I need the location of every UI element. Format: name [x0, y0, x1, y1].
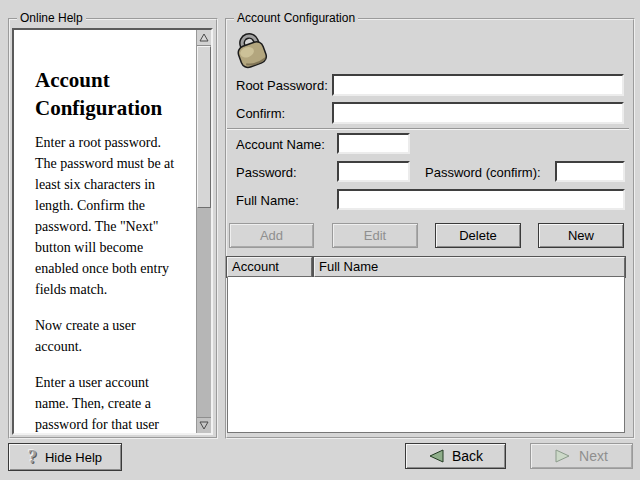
delete-button-label: Delete	[459, 228, 497, 243]
scrollbar-up-icon	[199, 33, 209, 42]
question-mark-icon: ?	[28, 448, 37, 466]
root-password-input[interactable]	[332, 74, 624, 96]
next-arrow-icon	[555, 449, 571, 463]
online-help-frame-label: Online Help	[17, 11, 86, 25]
account-configuration-frame-label: Account Configuration	[234, 11, 358, 25]
password-confirm-input[interactable]	[555, 161, 625, 182]
hide-help-button[interactable]: ? Hide Help	[8, 443, 122, 471]
edit-button-label: Edit	[364, 228, 386, 243]
password-input[interactable]	[337, 161, 410, 182]
add-button-label: Add	[260, 228, 283, 243]
help-title: Account Configuration	[35, 66, 183, 122]
back-button-label: Back	[452, 448, 483, 464]
scrollbar-down-button[interactable]	[197, 417, 211, 433]
accounts-table-header: Account Name Full Name	[227, 257, 625, 277]
new-button[interactable]: New	[538, 223, 624, 248]
next-button[interactable]: Next	[530, 443, 633, 469]
column-header-full-name[interactable]: Full Name	[314, 257, 625, 277]
full-name-input[interactable]	[337, 189, 625, 210]
back-arrow-icon	[428, 449, 444, 463]
hide-help-button-label: Hide Help	[45, 450, 102, 465]
account-name-input[interactable]	[337, 133, 410, 154]
padlock-icon	[231, 28, 273, 72]
back-button[interactable]: Back	[405, 443, 506, 469]
help-paragraph: Enter a root password. The password must…	[35, 132, 183, 300]
password-label: Password:	[236, 164, 297, 182]
next-button-label: Next	[579, 448, 608, 464]
help-content: Account Configuration Enter a root passw…	[14, 30, 197, 433]
add-button[interactable]: Add	[229, 223, 314, 248]
help-scrollbar[interactable]	[196, 30, 211, 433]
help-paragraph: Now create a user account.	[35, 315, 183, 357]
scrollbar-thumb[interactable]	[197, 46, 211, 208]
delete-button[interactable]: Delete	[435, 223, 521, 248]
new-button-label: New	[568, 228, 594, 243]
confirm-password-input[interactable]	[332, 102, 624, 124]
account-name-label: Account Name:	[236, 136, 325, 154]
online-help-frame: Online Help Account Configuration Enter …	[8, 18, 218, 439]
account-configuration-frame: Account Configuration Root Password: Con…	[225, 18, 635, 439]
separator	[227, 128, 629, 130]
help-paragraph: Enter a user account name. Then, create …	[35, 372, 183, 433]
scrollbar-down-icon	[199, 421, 209, 430]
password-confirm-label: Password (confirm):	[425, 164, 541, 182]
edit-button[interactable]: Edit	[332, 223, 418, 248]
confirm-label: Confirm:	[236, 105, 285, 123]
scrollbar-up-button[interactable]	[197, 30, 211, 46]
column-header-account-name[interactable]: Account Name	[227, 257, 312, 277]
full-name-label: Full Name:	[236, 192, 299, 210]
root-password-label: Root Password:	[236, 77, 328, 95]
help-viewport: Account Configuration Enter a root passw…	[12, 28, 213, 435]
accounts-list[interactable]	[227, 277, 625, 433]
